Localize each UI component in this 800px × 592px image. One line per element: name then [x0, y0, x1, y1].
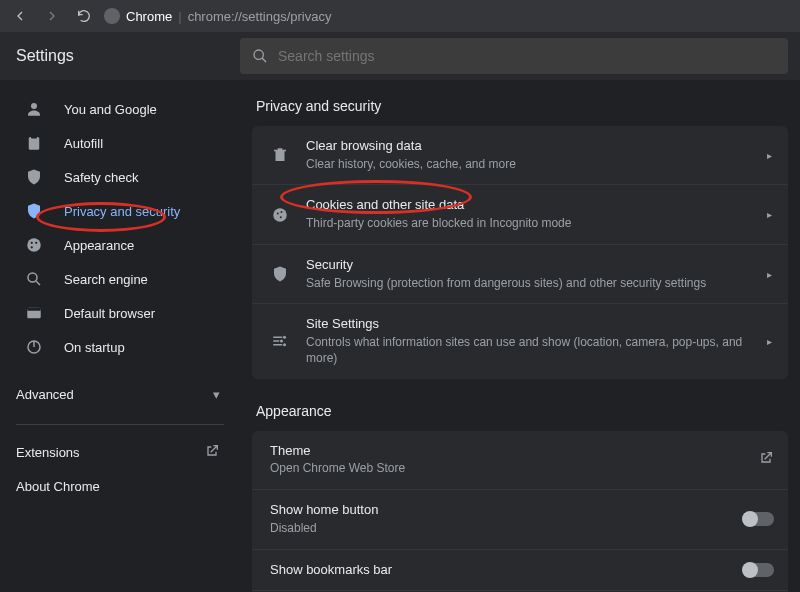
sidebar-item-label: Search engine [64, 272, 148, 287]
chevron-right-icon: ▸ [765, 150, 774, 161]
sidebar-item-privacy-security[interactable]: Privacy and security [0, 194, 240, 228]
svg-point-2 [31, 103, 37, 109]
cookie-icon [266, 206, 294, 224]
forward-button[interactable] [40, 4, 64, 28]
svg-point-20 [280, 340, 283, 343]
svg-point-21 [283, 344, 286, 347]
page-title: Settings [0, 47, 240, 65]
svg-rect-4 [31, 136, 37, 139]
row-subtitle: Open Chrome Web Store [270, 461, 758, 477]
sidebar-item-label: Privacy and security [64, 204, 180, 219]
svg-point-7 [35, 242, 37, 244]
svg-point-17 [281, 211, 283, 213]
sidebar-item-label: Appearance [64, 238, 134, 253]
shield-icon [266, 265, 294, 283]
appearance-card: Theme Open Chrome Web Store Show home bu… [252, 431, 788, 592]
svg-point-16 [277, 212, 279, 214]
row-subtitle: Clear history, cookies, cache, and more [306, 157, 765, 173]
address-path: chrome://settings/privacy [188, 9, 332, 24]
svg-rect-12 [27, 308, 41, 311]
svg-point-5 [27, 238, 41, 252]
sidebar-item-label: Safety check [64, 170, 138, 185]
row-title: Show bookmarks bar [270, 562, 744, 579]
back-button[interactable] [8, 4, 32, 28]
svg-point-8 [31, 246, 33, 248]
row-site-settings[interactable]: Site Settings Controls what information … [252, 303, 788, 378]
search-icon [24, 269, 44, 289]
address-host: Chrome [126, 9, 172, 24]
site-info-icon[interactable] [104, 8, 120, 24]
sidebar-item-on-startup[interactable]: On startup [0, 330, 240, 364]
main-content: Privacy and security Clear browsing data… [240, 80, 800, 592]
sidebar-item-about-chrome[interactable]: About Chrome [0, 469, 240, 503]
sidebar-item-default-browser[interactable]: Default browser [0, 296, 240, 330]
row-cookies[interactable]: Cookies and other site data Third-party … [252, 184, 788, 243]
sidebar-item-label: You and Google [64, 102, 157, 117]
search-input[interactable] [278, 48, 776, 64]
sidebar-item-safety-check[interactable]: Safety check [0, 160, 240, 194]
palette-icon [24, 235, 44, 255]
sidebar-item-search-engine[interactable]: Search engine [0, 262, 240, 296]
row-title: Cookies and other site data [306, 197, 765, 214]
row-bookmarks-bar[interactable]: Show bookmarks bar [252, 549, 788, 591]
clipboard-icon [24, 133, 44, 153]
person-icon [24, 99, 44, 119]
chevron-right-icon: ▸ [765, 269, 774, 280]
sidebar-advanced-toggle[interactable]: Advanced ▾ [0, 374, 240, 414]
search-input-wrap[interactable] [240, 38, 788, 74]
section-title-appearance: Appearance [256, 403, 788, 419]
shield-check-icon [24, 167, 44, 187]
sidebar-item-label: On startup [64, 340, 125, 355]
browser-navbar: Chrome | chrome://settings/privacy [0, 0, 800, 32]
row-title: Clear browsing data [306, 138, 765, 155]
svg-rect-3 [29, 137, 40, 150]
row-security[interactable]: Security Safe Browsing (protection from … [252, 244, 788, 303]
chevron-down-icon: ▾ [213, 387, 220, 402]
address-bar[interactable]: Chrome | chrome://settings/privacy [104, 8, 331, 24]
row-subtitle: Third-party cookies are blocked in Incog… [306, 216, 765, 232]
svg-point-19 [283, 336, 286, 339]
svg-point-9 [28, 273, 37, 282]
svg-point-18 [280, 216, 282, 218]
tune-icon [266, 332, 294, 350]
row-title: Security [306, 257, 765, 274]
sidebar-item-appearance[interactable]: Appearance [0, 228, 240, 262]
sidebar-item-extensions[interactable]: Extensions [0, 435, 240, 469]
sidebar-item-autofill[interactable]: Autofill [0, 126, 240, 160]
svg-line-1 [262, 58, 266, 62]
row-title: Site Settings [306, 316, 765, 333]
svg-point-0 [254, 50, 263, 59]
privacy-card: Clear browsing data Clear history, cooki… [252, 126, 788, 379]
search-icon [252, 48, 268, 64]
chevron-right-icon: ▸ [765, 209, 774, 220]
row-title: Theme [270, 443, 758, 460]
svg-line-10 [36, 281, 40, 285]
sidebar-item-label: Default browser [64, 306, 155, 321]
svg-point-15 [273, 208, 287, 222]
row-title: Show home button [270, 502, 744, 519]
about-label: About Chrome [16, 479, 100, 494]
advanced-label: Advanced [16, 387, 74, 402]
extensions-label: Extensions [16, 445, 80, 460]
trash-icon [266, 146, 294, 164]
row-clear-browsing-data[interactable]: Clear browsing data Clear history, cooki… [252, 126, 788, 184]
row-subtitle: Disabled [270, 521, 744, 537]
row-home-button[interactable]: Show home button Disabled [252, 489, 788, 548]
section-title-privacy: Privacy and security [256, 98, 788, 114]
divider [16, 424, 224, 425]
toggle-home-button[interactable] [744, 512, 774, 526]
external-link-icon [204, 443, 220, 462]
external-link-icon [758, 450, 774, 469]
settings-header: Settings [0, 32, 800, 80]
row-theme[interactable]: Theme Open Chrome Web Store [252, 431, 788, 489]
sidebar: You and Google Autofill Safety check Pri… [0, 80, 240, 592]
power-icon [24, 337, 44, 357]
chevron-right-icon: ▸ [765, 336, 774, 347]
shield-icon [24, 201, 44, 221]
reload-button[interactable] [72, 4, 96, 28]
row-subtitle: Controls what information sites can use … [306, 335, 765, 366]
toggle-bookmarks-bar[interactable] [744, 563, 774, 577]
sidebar-item-you-and-google[interactable]: You and Google [0, 92, 240, 126]
row-subtitle: Safe Browsing (protection from dangerous… [306, 276, 765, 292]
sidebar-item-label: Autofill [64, 136, 103, 151]
